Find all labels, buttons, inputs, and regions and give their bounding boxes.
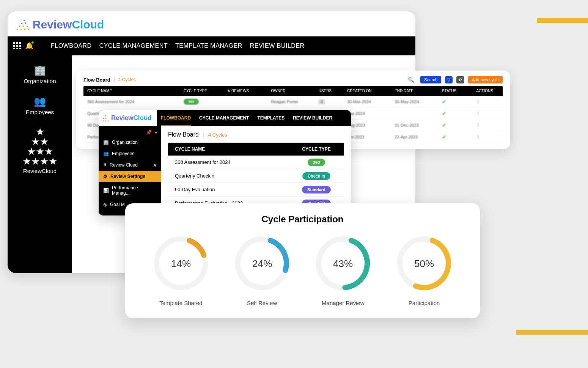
table-header-inner: CYCLE NAME CYCLE TYPE bbox=[168, 143, 344, 156]
sidebar-controls: 📌 « bbox=[99, 128, 161, 137]
item-icon: ⠿ bbox=[103, 162, 107, 168]
sidebar-item-label: Organization bbox=[8, 78, 72, 84]
flowboard-header-inner: Flow Board 4 Cycles bbox=[168, 131, 344, 138]
item-icon: 📊 bbox=[103, 188, 109, 193]
gauge-label: Template Shared bbox=[151, 300, 211, 306]
accent-bar-bottom bbox=[516, 330, 588, 335]
flowboard-header: Flow Board 4 Cycles 🔍 Search ▽ ⚙ Add new… bbox=[83, 76, 503, 83]
table-row[interactable]: 90 Day EvaluationStandard bbox=[168, 183, 344, 197]
sidebar-item[interactable]: 🏢Organization bbox=[99, 137, 161, 148]
gauge-label: Manager Review bbox=[313, 300, 373, 306]
col-cycle-type: CYCLE TYPE bbox=[184, 89, 225, 93]
sidebar-item-organization[interactable]: 🏢 Organization bbox=[8, 64, 72, 84]
gauge: 14% Template Shared bbox=[151, 233, 211, 306]
brand-logo: ★ ★ ★ ★ ★ ★ ★ ★ ★ ★ ReviewCloud bbox=[8, 11, 415, 36]
table-row[interactable]: 360 Assessment for 2024360 bbox=[168, 156, 344, 169]
nav-flowboard[interactable]: FLOWBOARD bbox=[161, 115, 191, 126]
nav-cycle-management[interactable]: CYCLE MANAGEMENT bbox=[99, 42, 168, 49]
table-row[interactable]: Quarterly CheckinCheck In bbox=[168, 169, 344, 183]
settings-button[interactable]: ⚙ bbox=[456, 76, 464, 83]
building-icon: 🏢 bbox=[8, 64, 72, 76]
gauges-row: 14% Template Shared 24% Self Review 43% … bbox=[140, 233, 465, 306]
col-created: CREATED ON bbox=[347, 89, 392, 93]
bell-icon[interactable]: 🔔 bbox=[25, 42, 33, 50]
col-cycle-type: CYCLE TYPE bbox=[296, 146, 337, 152]
left-sidebar: 🏢 Organization 👥 Employees ★★★★★★★★★★ Re… bbox=[8, 49, 72, 273]
col-status: STATUS bbox=[442, 89, 474, 93]
pin-icon[interactable]: 📌 bbox=[146, 130, 152, 135]
cycle-count: 4 Cycles bbox=[114, 77, 136, 82]
svg-text:43%: 43% bbox=[333, 258, 353, 269]
accent-bar-top bbox=[537, 18, 588, 23]
nav-template-manager[interactable]: TEMPLATE MANAGER bbox=[175, 42, 242, 49]
nav-cycle-management[interactable]: CYCLE MANAGEMENT bbox=[199, 115, 249, 121]
logo-stars-icon: ⠂★★★★★★ bbox=[102, 114, 109, 122]
people-icon: 👥 bbox=[8, 96, 72, 107]
col-reviews: ↻ REVIEWS bbox=[227, 89, 269, 93]
sidebar-item-employees[interactable]: 👥 Employees bbox=[8, 96, 72, 115]
logo-text: ReviewCloud bbox=[33, 18, 104, 31]
logo-text-small: ReviewCloud bbox=[111, 114, 152, 122]
filter-button[interactable]: ▽ bbox=[445, 76, 453, 83]
window3-body: 📌 « 🏢Organization👥Employees⠿Review Cloud… bbox=[99, 126, 351, 215]
gauge: 24% Self Review bbox=[232, 233, 292, 306]
window3-main: Flow Board 4 Cycles CYCLE NAME CYCLE TYP… bbox=[161, 126, 351, 215]
gauge: 43% Manager Review bbox=[313, 233, 373, 306]
cycle-count: 4 Cycles bbox=[203, 132, 227, 138]
search-button[interactable]: Search bbox=[420, 76, 441, 83]
svg-text:14%: 14% bbox=[171, 258, 191, 269]
col-cycle-name: CYCLE NAME bbox=[87, 89, 181, 93]
table-row[interactable]: 360 Assessment for 2024 360 Reagan Porte… bbox=[83, 96, 503, 108]
window3-topbar: ⠂★★★★★★ ReviewCloud FLOWBOARD CYCLE MANA… bbox=[99, 110, 351, 126]
window3-sidebar: 📌 « 🏢Organization👥Employees⠿Review Cloud… bbox=[99, 126, 161, 215]
search-icon[interactable]: 🔍 bbox=[408, 77, 414, 83]
flowboard-card-front: ⠂★★★★★★ ReviewCloud FLOWBOARD CYCLE MANA… bbox=[99, 110, 351, 215]
col-users: USERS bbox=[318, 89, 344, 93]
svg-text:50%: 50% bbox=[414, 258, 434, 269]
gauge-label: Participation bbox=[394, 300, 454, 306]
apps-grid-icon[interactable] bbox=[13, 42, 21, 50]
flowboard-title: Flow Board bbox=[83, 77, 110, 83]
table-body-inner: 360 Assessment for 2024360Quarterly Chec… bbox=[168, 156, 344, 210]
table-header: CYCLE NAME CYCLE TYPE ↻ REVIEWS OWNER US… bbox=[83, 86, 503, 96]
item-icon: ◎ bbox=[103, 202, 107, 207]
participation-card: Cycle Participation 14% Template Shared … bbox=[125, 203, 480, 318]
sidebar-item-reviewcloud[interactable]: ★★★★★★★★★★ ReviewCloud bbox=[8, 127, 72, 174]
collapse-icon[interactable]: « bbox=[155, 130, 157, 135]
col-owner: OWNER bbox=[271, 89, 316, 93]
sidebar-item[interactable]: 👥Employees bbox=[99, 148, 161, 159]
sidebar-item-label: ReviewCloud bbox=[8, 168, 72, 174]
gauge: 50% Participation bbox=[394, 233, 454, 306]
item-icon: ⚙ bbox=[103, 174, 107, 179]
col-actions: ACTIONS bbox=[476, 89, 499, 93]
gauge-label: Self Review bbox=[232, 300, 292, 306]
sidebar-item[interactable]: 📊Performance Manag... bbox=[99, 182, 161, 199]
col-end-date: END DATE bbox=[395, 89, 440, 93]
top-nav: FLOWBOARD CYCLE MANAGEMENT TEMPLATE MANA… bbox=[51, 42, 305, 49]
nav-flowboard[interactable]: FLOWBOARD bbox=[51, 42, 92, 49]
nav-review-builder[interactable]: REVIEW BUILDER bbox=[250, 42, 305, 49]
brand-logo-small: ⠂★★★★★★ ReviewCloud bbox=[99, 110, 157, 126]
item-icon: 👥 bbox=[103, 151, 109, 156]
svg-text:24%: 24% bbox=[252, 258, 272, 269]
sidebar-item[interactable]: ⠿Review Cloud∧ bbox=[99, 159, 161, 171]
nav-templates[interactable]: TEMPLATES bbox=[257, 115, 285, 121]
sidebar-item[interactable]: ⚙Review Settings bbox=[99, 171, 161, 182]
nav-review-builder[interactable]: REVIEW BUILDER bbox=[293, 115, 332, 121]
participation-title: Cycle Participation bbox=[140, 214, 465, 225]
flowboard-title: Flow Board bbox=[168, 131, 199, 138]
window3-nav: FLOWBOARD CYCLE MANAGEMENT TEMPLATES REV… bbox=[161, 115, 332, 121]
logo-stars-icon: ★ ★ ★ ★ ★ ★ ★ ★ ★ ★ bbox=[16, 19, 30, 31]
add-new-cycle-button[interactable]: Add new cycle bbox=[468, 76, 503, 83]
item-icon: 🏢 bbox=[103, 140, 109, 145]
sidebar-item-label: Employees bbox=[8, 109, 72, 115]
stars-icon: ★★★★★★★★★★ bbox=[8, 127, 72, 166]
col-cycle-name: CYCLE NAME bbox=[175, 146, 296, 152]
